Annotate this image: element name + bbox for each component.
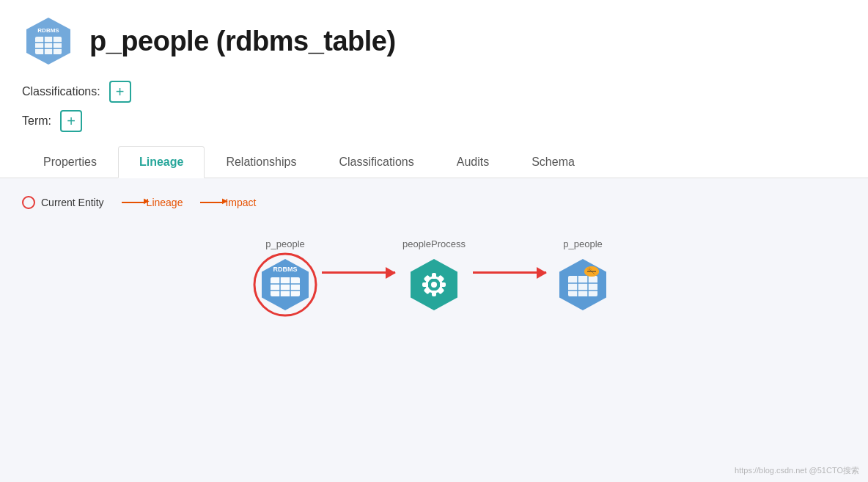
svg-point-17: [431, 282, 437, 288]
svg-point-7: [254, 254, 316, 315]
current-entity-label: Current Entity: [41, 197, 104, 208]
watermark: https://blog.csdn.net @51CTO搜索: [735, 465, 859, 476]
target-node-label: p_people: [563, 238, 603, 249]
svg-rect-2: [35, 37, 62, 54]
tab-properties[interactable]: Properties: [22, 146, 118, 178]
tab-schema[interactable]: Schema: [510, 146, 596, 178]
svg-text:RDBMS: RDBMS: [37, 27, 59, 34]
connector-line-2: [473, 271, 546, 274]
lineage-diagram: p_people RDBMS: [22, 238, 846, 314]
target-node[interactable]: p_people: [553, 238, 612, 314]
source-node[interactable]: p_people RDBMS: [256, 238, 315, 314]
svg-rect-27: [568, 276, 597, 296]
term-row: Term: +: [22, 110, 846, 132]
impact-label: Impact: [225, 197, 256, 208]
term-label: Term:: [22, 114, 51, 128]
process-node-label: peopleProcess: [402, 238, 466, 249]
source-node-label: p_people: [265, 238, 305, 249]
page-container: RDBMS p_people (rdbms_table) Classificat…: [0, 0, 868, 482]
content-section: Current Entity Lineage Impact p_people: [0, 178, 868, 332]
tab-relationships[interactable]: Relationships: [205, 146, 317, 178]
add-term-button[interactable]: +: [60, 110, 82, 132]
tabs-row: Properties Lineage Relationships Classif…: [22, 145, 846, 178]
tab-audits[interactable]: Audits: [435, 146, 510, 178]
process-node-icon: [405, 255, 463, 314]
svg-rect-18: [432, 273, 436, 279]
legend-current-entity: Current Entity: [22, 196, 104, 209]
lineage-label: Lineage: [147, 197, 183, 208]
legend-lineage: Lineage: [122, 197, 183, 208]
connector-line-1: [322, 271, 395, 274]
classifications-row: Classifications: +: [22, 81, 846, 103]
connector-1: [322, 271, 395, 274]
legend-impact: Impact: [200, 197, 256, 208]
source-node-icon: RDBMS: [256, 255, 315, 314]
header-section: RDBMS p_people (rdbms_table) Classificat…: [0, 0, 868, 178]
add-classification-button[interactable]: +: [109, 81, 131, 103]
legend-row: Current Entity Lineage Impact: [22, 196, 846, 209]
svg-rect-21: [440, 282, 446, 287]
tab-lineage[interactable]: Lineage: [118, 146, 205, 178]
classifications-label: Classifications:: [22, 85, 100, 98]
title-row: RDBMS p_people (rdbms_table): [22, 15, 846, 67]
process-node[interactable]: peopleProcess: [402, 238, 466, 314]
entity-icon: RDBMS: [22, 15, 75, 67]
target-node-icon: [553, 255, 612, 314]
svg-rect-20: [422, 282, 428, 287]
impact-arrow-icon: [200, 202, 222, 203]
tab-classifications[interactable]: Classifications: [317, 146, 435, 178]
lineage-arrow-icon: [122, 202, 144, 203]
svg-rect-19: [432, 291, 436, 296]
meta-section: Classifications: + Term: +: [22, 81, 846, 132]
connector-2: [473, 271, 546, 274]
page-title: p_people (rdbms_table): [89, 26, 396, 57]
current-entity-icon: [22, 196, 35, 209]
